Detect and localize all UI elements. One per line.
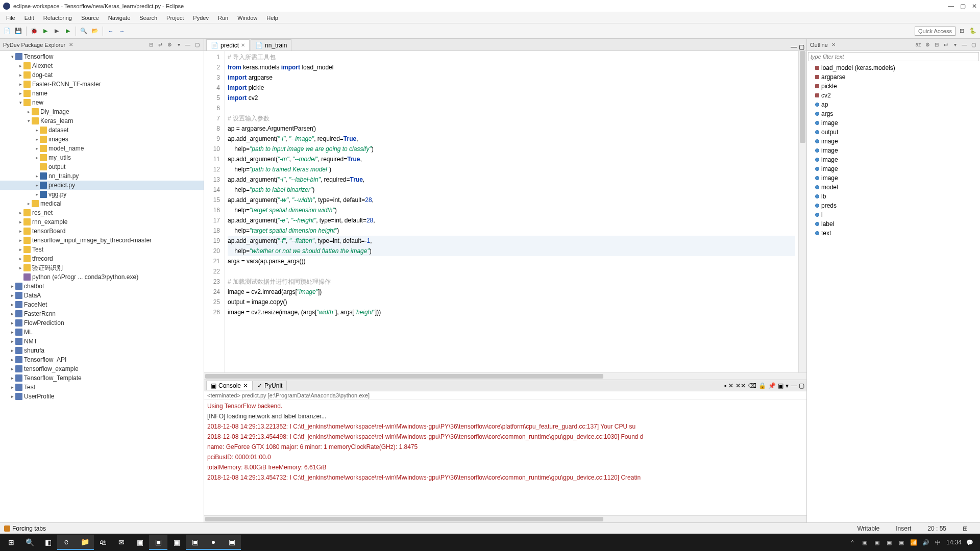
tree-item[interactable]: ▸Tensorflow_Template <box>0 373 204 383</box>
tree-item[interactable]: ▸tensorflow_example <box>0 364 204 373</box>
collapse-icon[interactable]: ⊟ <box>148 41 155 48</box>
link-icon[interactable]: ⇄ <box>942 41 949 48</box>
close-button[interactable]: ✕ <box>972 3 977 10</box>
maximize-view-icon[interactable]: ▢ <box>970 41 977 48</box>
app-icon[interactable]: ▣ <box>149 535 167 550</box>
app-icon[interactable]: ▣ <box>167 535 186 550</box>
remove-icon[interactable]: ✕ <box>728 382 733 389</box>
tree-item[interactable]: ▸medical <box>0 199 204 208</box>
tree-item[interactable]: ▸验证码识别 <box>0 263 204 272</box>
tree-item[interactable]: ▾Keras_learn <box>0 116 204 126</box>
tree-item[interactable]: ▸Diy_image <box>0 107 204 116</box>
save-icon[interactable]: 💾 <box>13 26 23 36</box>
perspective-icon[interactable]: ⊞ <box>957 26 967 36</box>
debug-icon[interactable]: 🐞 <box>29 26 39 36</box>
outline-item[interactable]: cv2 <box>808 91 979 100</box>
scrollbar-thumb[interactable] <box>800 51 805 143</box>
menu-source[interactable]: Source <box>77 14 103 22</box>
start-button[interactable]: ⊞ <box>2 535 20 550</box>
clear-icon[interactable]: ⌫ <box>748 382 756 389</box>
collapse-icon[interactable]: ⊟ <box>933 41 940 48</box>
menu-icon[interactable]: ▾ <box>175 41 182 48</box>
open-type-icon[interactable]: 📂 <box>90 26 100 36</box>
code-area[interactable]: # 导入所需工具包from keras.models import load_m… <box>225 51 798 372</box>
search-icon[interactable]: 🔍 <box>79 26 89 36</box>
tree-item[interactable]: ▸predict.py <box>0 181 204 190</box>
tree-item[interactable]: ▸NMT <box>0 337 204 346</box>
outline-item[interactable]: load_model (keras.models) <box>808 63 979 72</box>
close-view-icon[interactable]: ✕ <box>67 41 75 48</box>
tab-predict[interactable]: 📄 predict ✕ <box>206 39 250 51</box>
outline-item[interactable]: output <box>808 128 979 137</box>
tree-item[interactable]: ▾new <box>0 98 204 107</box>
outline-item[interactable]: text <box>808 229 979 238</box>
vertical-scrollbar[interactable] <box>798 51 806 372</box>
app-icon[interactable]: ▣ <box>223 535 241 550</box>
tree-item[interactable]: ▸FlowPrediction <box>0 318 204 328</box>
outline-item[interactable]: image <box>808 164 979 173</box>
tree-item[interactable]: ▸tensorflow_input_image_by_tfrecord-mast… <box>0 236 204 245</box>
menu-project[interactable]: Project <box>162 14 188 22</box>
maximize-view-icon[interactable]: ▢ <box>193 41 201 48</box>
tree-item[interactable]: output <box>0 162 204 171</box>
scrollbar-thumb[interactable] <box>205 374 603 379</box>
run-last-icon[interactable]: ▶ <box>63 26 73 36</box>
ime-icon[interactable]: 中 <box>934 538 942 546</box>
menu-file[interactable]: File <box>2 14 19 22</box>
project-tree[interactable]: ▾Tensorflow▸Alexnet▸dog-cat▸Faster-RCNN_… <box>0 51 204 522</box>
tree-item[interactable]: ▸images <box>0 135 204 144</box>
outline-item[interactable]: model <box>808 183 979 192</box>
tree-item[interactable]: ▸dog-cat <box>0 70 204 80</box>
mail-icon[interactable]: ✉ <box>112 535 131 550</box>
terminate-icon[interactable]: ▪ <box>724 382 726 389</box>
menu-edit[interactable]: Edit <box>20 14 38 22</box>
tab-nn-train[interactable]: 📄 nn_train <box>251 39 291 51</box>
tree-item[interactable]: ▸res_net <box>0 208 204 217</box>
outline-item[interactable]: args <box>808 109 979 118</box>
app-icon[interactable]: ▣ <box>131 535 149 550</box>
system-tray[interactable]: ^ ▣ ▣ ▣ ▣ 📶 🔊 中 14:34 💬 <box>844 538 978 546</box>
minimize-view-icon[interactable]: — <box>961 41 968 48</box>
menu-refactoring[interactable]: Refactoring <box>39 14 76 22</box>
new-icon[interactable]: 📄 <box>2 26 12 36</box>
outline-item[interactable]: preds <box>808 201 979 210</box>
maximize-button[interactable]: ▢ <box>960 3 966 10</box>
link-icon[interactable]: ⇄ <box>157 41 164 48</box>
sort-icon[interactable]: az <box>915 41 922 48</box>
run-icon[interactable]: ▶ <box>40 26 51 36</box>
outline-item[interactable]: image <box>808 173 979 183</box>
pydev-perspective-icon[interactable]: 🐍 <box>968 26 978 36</box>
menu-run[interactable]: Run <box>214 14 232 22</box>
scroll-lock-icon[interactable]: 🔒 <box>758 382 766 389</box>
close-view-icon[interactable]: ✕ <box>830 41 837 48</box>
task-view-icon[interactable]: ◧ <box>39 535 57 550</box>
tree-item[interactable]: ▸Test <box>0 383 204 392</box>
app-icon[interactable]: ▣ <box>186 535 204 550</box>
tree-item[interactable]: ▸tfrecord <box>0 254 204 263</box>
outline-list[interactable]: load_model (keras.models)argparsepicklec… <box>807 62 980 522</box>
tree-item[interactable]: python (e:\Progr ... conda3\python.exe) <box>0 272 204 282</box>
menu-search[interactable]: Search <box>135 14 161 22</box>
minimize-editor-icon[interactable]: — <box>791 43 797 51</box>
store-icon[interactable]: 🛍 <box>94 535 112 550</box>
tree-item[interactable]: ▸tensorBoard <box>0 227 204 236</box>
minimize-button[interactable]: — <box>948 3 954 10</box>
pin-icon[interactable]: 📌 <box>768 382 776 389</box>
console-tab[interactable]: ▣ Console ✕ <box>206 381 253 390</box>
menu-icon[interactable]: ▾ <box>951 41 959 48</box>
tree-item[interactable]: ▸DataA <box>0 291 204 300</box>
outline-item[interactable]: pickle <box>808 82 979 91</box>
console-output[interactable]: Using TensorFlow backend.[INFO] loading … <box>204 400 806 515</box>
quick-access[interactable]: Quick Access <box>915 27 955 36</box>
tray-icon[interactable]: ▣ <box>897 538 905 546</box>
tree-item[interactable]: ▸model_name <box>0 144 204 153</box>
outline-item[interactable]: image <box>808 146 979 155</box>
tree-item[interactable]: ▸vgg.py <box>0 190 204 199</box>
horizontal-scrollbar[interactable] <box>204 372 806 380</box>
tree-item[interactable]: ▸Alexnet <box>0 61 204 70</box>
coverage-icon[interactable]: ▶ <box>52 26 62 36</box>
tree-item[interactable]: ▸Faster-RCNN_TF-master <box>0 80 204 89</box>
menu-pydev[interactable]: Pydev <box>189 14 213 22</box>
outline-item[interactable]: lb <box>808 192 979 201</box>
filter-icon[interactable]: ⚙ <box>166 41 173 48</box>
